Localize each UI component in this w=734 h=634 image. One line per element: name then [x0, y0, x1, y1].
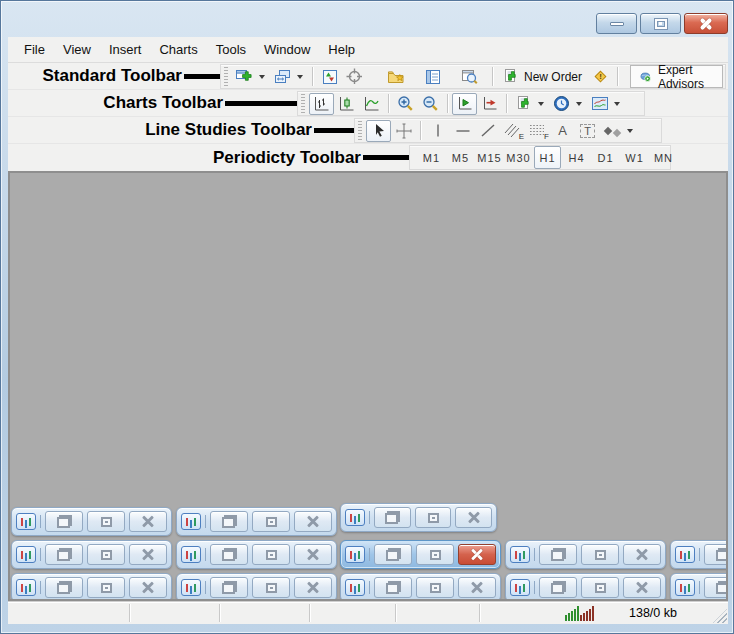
toolbar-grip[interactable] [301, 94, 305, 113]
restore-button[interactable] [704, 544, 728, 565]
bar-chart-button[interactable] [309, 93, 334, 115]
restore-button[interactable] [539, 577, 577, 598]
period-button-h1[interactable]: H1 [534, 146, 561, 169]
period-button-h4[interactable]: H4 [563, 146, 590, 169]
maximize-button[interactable] [581, 544, 619, 565]
period-button-m5[interactable]: M5 [447, 146, 474, 169]
expert-advisors-button[interactable]: Expert Advisors [630, 65, 723, 88]
resize-grip-icon[interactable] [713, 609, 727, 623]
chevron-down-icon[interactable] [538, 102, 544, 106]
trendline-tool-button[interactable] [475, 120, 500, 142]
menu-file[interactable]: File [15, 37, 54, 62]
maximize-button[interactable] [416, 544, 454, 565]
cursor-tool-button[interactable] [366, 120, 391, 142]
indicators-button[interactable] [511, 93, 536, 115]
toolbar-grip[interactable] [358, 121, 362, 140]
maximize-button[interactable] [87, 511, 125, 532]
period-button-w1[interactable]: W1 [621, 146, 648, 169]
terminal-button[interactable] [457, 66, 482, 88]
minimized-chart-window[interactable] [11, 507, 172, 536]
data-window-button[interactable] [342, 66, 367, 88]
chevron-down-icon[interactable] [259, 75, 265, 79]
restore-button[interactable] [45, 511, 83, 532]
auto-scroll-button[interactable] [452, 93, 477, 115]
line-chart-button[interactable] [359, 93, 384, 115]
templates-button[interactable] [587, 93, 612, 115]
horizontal-line-tool-button[interactable] [450, 120, 475, 142]
equidistant-channel-tool-button[interactable]: E [500, 120, 525, 142]
close-button[interactable] [129, 577, 167, 598]
crosshair-tool-button[interactable] [391, 120, 416, 142]
menu-tools[interactable]: Tools [207, 37, 255, 62]
new-chart-button[interactable] [232, 66, 257, 88]
maximize-button[interactable] [416, 577, 454, 598]
market-watch-button[interactable] [317, 66, 342, 88]
favorites-button[interactable] [383, 66, 408, 88]
minimized-chart-window-active[interactable] [340, 540, 501, 569]
restore-button[interactable] [539, 544, 577, 565]
candlestick-chart-button[interactable] [334, 93, 359, 115]
minimized-chart-window[interactable] [670, 573, 728, 601]
title-bar[interactable] [1, 1, 733, 37]
close-button[interactable] [129, 544, 167, 565]
menu-help[interactable]: Help [319, 37, 364, 62]
restore-button[interactable] [45, 577, 83, 598]
vertical-line-tool-button[interactable] [425, 120, 450, 142]
fibonacci-tool-button[interactable]: F [525, 120, 550, 142]
chevron-down-icon[interactable] [627, 129, 633, 133]
period-button-d1[interactable]: D1 [592, 146, 619, 169]
menu-window[interactable]: Window [255, 37, 319, 62]
chart-shift-button[interactable] [477, 93, 502, 115]
toolbar-grip[interactable] [224, 67, 228, 86]
restore-button[interactable] [210, 544, 248, 565]
close-button[interactable] [623, 544, 661, 565]
minimized-chart-window[interactable] [176, 573, 337, 601]
menu-view[interactable]: View [54, 37, 100, 62]
maximize-button[interactable] [252, 544, 290, 565]
maximize-button[interactable] [87, 544, 125, 565]
period-button-m1[interactable]: M1 [418, 146, 445, 169]
chevron-down-icon[interactable] [297, 75, 303, 79]
minimized-chart-window[interactable] [176, 507, 337, 536]
close-button[interactable] [458, 577, 496, 598]
menu-insert[interactable]: Insert [100, 37, 151, 62]
menu-charts[interactable]: Charts [150, 37, 206, 62]
close-button[interactable] [294, 577, 332, 598]
restore-button[interactable] [374, 577, 412, 598]
period-button-m30[interactable]: M30 [505, 146, 532, 169]
periods-button[interactable] [549, 93, 574, 115]
text-label-tool-button[interactable]: T [575, 120, 600, 142]
close-button[interactable] [455, 507, 492, 528]
minimize-button[interactable] [596, 13, 637, 34]
new-order-button[interactable]: New Order [497, 66, 588, 88]
period-button-m15[interactable]: M15 [476, 146, 503, 169]
maximize-button[interactable] [415, 507, 452, 528]
minimized-chart-window[interactable] [176, 540, 337, 569]
restore-button[interactable] [374, 507, 411, 528]
minimized-chart-window[interactable] [505, 540, 666, 569]
maximize-button[interactable] [252, 511, 290, 532]
restore-button[interactable] [45, 544, 83, 565]
close-button[interactable] [294, 511, 332, 532]
close-button[interactable] [129, 511, 167, 532]
close-button[interactable] [623, 577, 661, 598]
maximize-button[interactable] [87, 577, 125, 598]
maximize-button[interactable] [252, 577, 290, 598]
period-button-mn[interactable]: MN [650, 146, 677, 169]
restore-button[interactable] [374, 544, 412, 565]
minimized-chart-window[interactable] [505, 573, 666, 601]
close-button[interactable] [458, 544, 496, 565]
minimized-chart-window[interactable] [11, 540, 172, 569]
restore-button[interactable] [210, 577, 248, 598]
close-button[interactable] [684, 13, 728, 34]
arrow-tools-button[interactable] [600, 120, 625, 142]
chevron-down-icon[interactable] [614, 102, 620, 106]
profiles-button[interactable] [270, 66, 295, 88]
metaeditor-button[interactable]: ! [588, 66, 613, 88]
maximize-button[interactable] [640, 13, 681, 34]
minimized-chart-window[interactable] [11, 573, 172, 601]
restore-button[interactable] [210, 511, 248, 532]
chevron-down-icon[interactable] [576, 102, 582, 106]
restore-button[interactable] [704, 577, 728, 598]
navigator-button[interactable] [420, 66, 445, 88]
